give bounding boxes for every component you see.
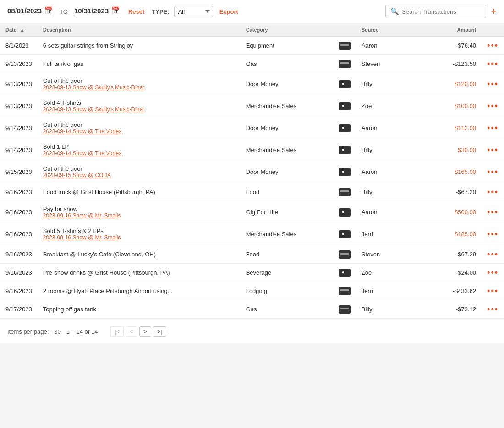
cell-actions: ••• xyxy=(482,282,504,300)
cell-category: Equipment xyxy=(241,37,333,55)
row-actions-button[interactable]: ••• xyxy=(487,123,499,133)
cell-actions: ••• xyxy=(482,183,504,201)
cell-source: Aaron xyxy=(356,117,416,139)
sort-arrow-icon: ▲ xyxy=(20,27,25,33)
col-source: Source xyxy=(356,23,416,37)
cell-date: 9/17/2023 xyxy=(0,300,38,319)
cash-icon xyxy=(339,168,351,176)
cell-category: Food xyxy=(241,183,333,201)
row-actions-button[interactable]: ••• xyxy=(487,229,499,239)
cash-icon xyxy=(339,80,351,88)
row-actions-button[interactable]: ••• xyxy=(487,59,499,69)
cell-date: 8/1/2023 xyxy=(0,37,38,55)
row-actions-button[interactable]: ••• xyxy=(487,187,499,197)
items-per-page-label: Items per page: xyxy=(7,328,49,335)
cell-amount: -$67.29 xyxy=(416,245,482,264)
cell-description: Cut of the door2023-09-13 Show @ Skully'… xyxy=(38,73,241,95)
col-date[interactable]: Date ▲ xyxy=(0,23,38,37)
cell-date: 9/13/2023 xyxy=(0,95,38,117)
show-link[interactable]: 2023-09-16 Show @ Mr. Smalls xyxy=(43,212,235,219)
cell-amount: $120.00 xyxy=(416,73,482,95)
cell-description: Cut of the door2023-09-14 Show @ The Vor… xyxy=(38,117,241,139)
row-actions-button[interactable]: ••• xyxy=(487,207,499,217)
cell-source: Billy xyxy=(356,183,416,201)
col-amount: Amount xyxy=(416,23,482,37)
col-icon xyxy=(333,23,356,37)
description-text: Food truck @ Grist House (Pittsburgh, PA… xyxy=(43,189,155,195)
show-link[interactable]: 2023-09-15 Show @ CODA xyxy=(43,172,235,179)
cell-amount: $30.00 xyxy=(416,139,482,161)
cell-source: Aaron xyxy=(356,161,416,183)
table-row: 9/15/2023Cut of the door2023-09-15 Show … xyxy=(0,161,504,183)
cell-actions: ••• xyxy=(482,300,504,319)
cell-source: Steven xyxy=(356,55,416,73)
date-to-field: 10/31/2023 📅 xyxy=(74,6,120,16)
row-actions-button[interactable]: ••• xyxy=(487,167,499,177)
cell-amount: $100.00 xyxy=(416,95,482,117)
cell-amount: -$67.20 xyxy=(416,183,482,201)
row-actions-button[interactable]: ••• xyxy=(487,268,499,277)
cell-description: Cut of the door2023-09-15 Show @ CODA xyxy=(38,161,241,183)
cell-amount: -$73.12 xyxy=(416,300,482,319)
cash-icon xyxy=(339,102,351,110)
show-link[interactable]: 2023-09-16 Show @ Mr. Smalls xyxy=(43,234,235,241)
nav-next-button[interactable]: > xyxy=(139,326,151,337)
show-link[interactable]: 2023-09-14 Show @ The Vortex xyxy=(43,128,235,135)
table-row: 9/16/2023Pay for show2023-09-16 Show @ M… xyxy=(0,201,504,223)
show-link[interactable]: 2023-09-13 Show @ Skully's Music-Diner xyxy=(43,106,235,113)
reset-button[interactable]: Reset xyxy=(128,8,144,15)
cell-actions: ••• xyxy=(482,223,504,245)
nav-first-button[interactable]: |< xyxy=(110,326,124,337)
row-actions-button[interactable]: ••• xyxy=(487,249,499,259)
cell-source: Jerri xyxy=(356,223,416,245)
row-actions-button[interactable]: ••• xyxy=(487,79,499,89)
cell-source: Jerri xyxy=(356,282,416,300)
cell-date: 9/16/2023 xyxy=(0,201,38,223)
nav-last-button[interactable]: >| xyxy=(153,326,166,337)
page-navigation: |< < > >| xyxy=(110,326,166,337)
search-input[interactable] xyxy=(402,8,475,15)
cell-source-icon xyxy=(333,55,356,73)
cell-source: Billy xyxy=(356,73,416,95)
date-to-calendar-icon[interactable]: 📅 xyxy=(111,6,120,15)
cell-amount: -$433.62 xyxy=(416,282,482,300)
cell-actions: ••• xyxy=(482,95,504,117)
row-actions-button[interactable]: ••• xyxy=(487,41,499,50)
transactions-table: Date ▲ Description Category Source Amoun… xyxy=(0,23,504,319)
cell-date: 9/14/2023 xyxy=(0,117,38,139)
cell-source-icon xyxy=(333,245,356,264)
show-link[interactable]: 2023-09-13 Show @ Skully's Music-Diner xyxy=(43,84,235,91)
date-from-calendar-icon[interactable]: 📅 xyxy=(44,6,53,15)
export-button[interactable]: Export xyxy=(219,8,238,15)
cash-icon xyxy=(339,124,351,132)
items-per-page-value: 30 xyxy=(54,328,60,335)
date-from-value: 08/01/2023 xyxy=(7,7,42,15)
row-actions-button[interactable]: ••• xyxy=(487,101,499,111)
cell-description: Sold 4 T-shirts2023-09-13 Show @ Skully'… xyxy=(38,95,241,117)
description-text: 2 rooms @ Hyatt Place Pittsburgh Airport… xyxy=(43,287,173,294)
page-range: 1 – 14 of 14 xyxy=(66,328,98,335)
table-row: 9/16/2023Pre-show drinks @ Grist House (… xyxy=(0,264,504,282)
cell-date: 9/16/2023 xyxy=(0,223,38,245)
cell-amount: -$76.40 xyxy=(416,37,482,55)
description-text: Cut of the door xyxy=(43,77,82,84)
row-actions-button[interactable]: ••• xyxy=(487,145,499,155)
cell-source-icon xyxy=(333,264,356,282)
row-actions-button[interactable]: ••• xyxy=(487,286,499,296)
description-text: Pay for show xyxy=(43,206,77,212)
row-actions-button[interactable]: ••• xyxy=(487,304,499,314)
cash-icon xyxy=(339,230,351,238)
cell-source-icon xyxy=(333,300,356,319)
table-row: 9/17/2023Topping off gas tankGasBilly-$7… xyxy=(0,300,504,319)
cell-source-icon xyxy=(333,73,356,95)
cell-actions: ••• xyxy=(482,139,504,161)
table-row: 9/13/2023Full tank of gasGasSteven-$123.… xyxy=(0,55,504,73)
cell-actions: ••• xyxy=(482,55,504,73)
show-link[interactable]: 2023-09-14 Show @ The Vortex xyxy=(43,150,235,157)
add-transaction-button[interactable]: + xyxy=(491,6,497,16)
cell-description: Sold 1 LP2023-09-14 Show @ The Vortex xyxy=(38,139,241,161)
cell-description: Sold 5 T-shirts & 2 LPs2023-09-16 Show @… xyxy=(38,223,241,245)
credit-card-icon xyxy=(339,60,351,68)
nav-prev-button[interactable]: < xyxy=(126,326,137,337)
type-select[interactable]: All Income Expense xyxy=(174,6,213,17)
